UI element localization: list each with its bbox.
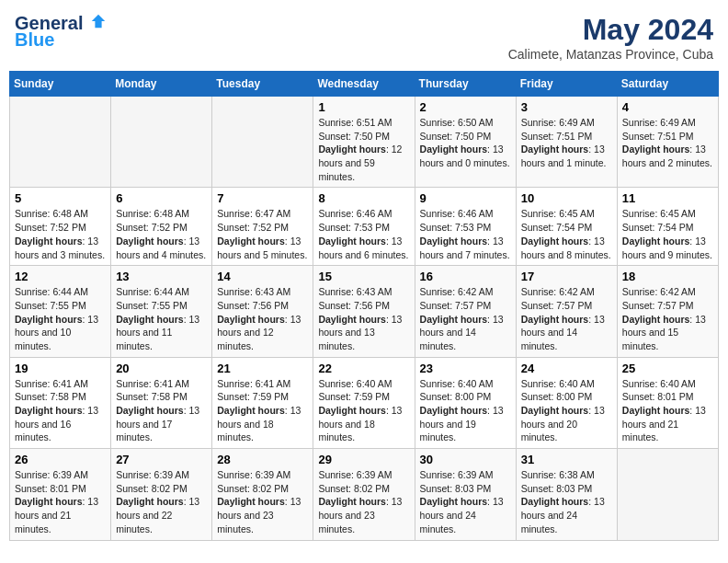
cell-text: Sunset: 7:54 PM	[521, 221, 612, 235]
day-number: 16	[420, 270, 511, 283]
cell-text: Daylight hours: 12 hours and 59 minutes.	[318, 143, 409, 183]
cell-text: Sunrise: 6:40 AM	[318, 377, 409, 391]
cell-text: Sunrise: 6:46 AM	[420, 207, 511, 221]
calendar-cell: 14Sunrise: 6:43 AMSunset: 7:56 PMDayligh…	[212, 266, 313, 357]
cell-text: Sunset: 7:56 PM	[217, 299, 308, 313]
calendar-week-4: 26Sunrise: 6:39 AMSunset: 8:01 PMDayligh…	[10, 449, 719, 540]
cell-text: Sunrise: 6:48 AM	[116, 207, 207, 221]
cell-text: Daylight hours: 13 hours and 16 minutes.	[15, 404, 106, 444]
cell-text: Daylight hours: 13 hours and 3 minutes.	[15, 235, 106, 261]
cell-text: Daylight hours: 13 hours and 5 minutes.	[217, 235, 308, 261]
cell-text: Sunset: 8:02 PM	[217, 482, 308, 496]
cell-text: Sunset: 7:59 PM	[217, 390, 308, 404]
page-header: General Blue May 2024 Calimete, Matanzas…	[9, 9, 719, 65]
cell-text: Daylight hours: 13 hours and 2 minutes.	[622, 143, 713, 169]
cell-text: Sunset: 8:02 PM	[116, 482, 207, 496]
calendar-cell	[111, 97, 212, 188]
dow-header-friday: Friday	[516, 72, 617, 97]
cell-text: Sunrise: 6:39 AM	[217, 468, 308, 482]
cell-text: Sunrise: 6:45 AM	[622, 207, 713, 221]
dow-header-tuesday: Tuesday	[212, 72, 313, 97]
cell-text: Daylight hours: 13 hours and 12 minutes.	[217, 313, 308, 353]
cell-text: Sunset: 8:00 PM	[521, 390, 612, 404]
main-title: May 2024	[508, 13, 713, 47]
day-number: 11	[622, 191, 713, 205]
day-number: 27	[116, 453, 207, 466]
calendar-cell: 19Sunrise: 6:41 AMSunset: 7:58 PMDayligh…	[10, 357, 111, 448]
cell-text: Sunset: 7:52 PM	[116, 221, 207, 235]
logo: General Blue	[15, 13, 107, 51]
day-number: 26	[15, 453, 106, 466]
calendar-cell: 12Sunrise: 6:44 AMSunset: 7:55 PMDayligh…	[10, 266, 111, 357]
calendar-week-0: 1Sunrise: 6:51 AMSunset: 7:50 PMDaylight…	[10, 97, 719, 188]
cell-text: Daylight hours: 13 hours and 23 minutes.	[217, 495, 308, 535]
cell-text: Daylight hours: 13 hours and 21 minutes.	[622, 404, 713, 444]
cell-text: Sunrise: 6:50 AM	[420, 116, 511, 130]
calendar-cell: 22Sunrise: 6:40 AMSunset: 7:59 PMDayligh…	[313, 357, 415, 448]
cell-text: Sunset: 8:02 PM	[318, 482, 409, 496]
calendar-cell: 4Sunrise: 6:49 AMSunset: 7:51 PMDaylight…	[617, 97, 718, 188]
cell-text: Sunset: 7:57 PM	[521, 299, 612, 313]
dow-header-saturday: Saturday	[617, 72, 718, 97]
calendar-cell: 28Sunrise: 6:39 AMSunset: 8:02 PMDayligh…	[212, 449, 313, 540]
dow-header-monday: Monday	[111, 72, 212, 97]
cell-text: Daylight hours: 13 hours and 24 minutes.	[521, 495, 612, 535]
day-number: 5	[15, 191, 106, 205]
cell-text: Daylight hours: 13 hours and 17 minutes.	[116, 404, 207, 444]
cell-text: Daylight hours: 13 hours and 14 minutes.	[420, 313, 511, 353]
dow-header-thursday: Thursday	[415, 72, 516, 97]
calendar-cell: 2Sunrise: 6:50 AMSunset: 7:50 PMDaylight…	[415, 97, 516, 188]
cell-text: Daylight hours: 13 hours and 20 minutes.	[521, 404, 612, 444]
day-number: 22	[318, 362, 409, 375]
cell-text: Sunrise: 6:41 AM	[15, 377, 106, 391]
day-number: 14	[217, 270, 308, 283]
day-number: 13	[116, 270, 207, 283]
calendar-cell: 25Sunrise: 6:40 AMSunset: 8:01 PMDayligh…	[617, 357, 718, 448]
cell-text: Sunset: 8:01 PM	[15, 482, 106, 496]
title-block: May 2024 Calimete, Matanzas Province, Cu…	[508, 13, 713, 62]
cell-text: Sunset: 8:03 PM	[420, 482, 511, 496]
calendar-cell: 24Sunrise: 6:40 AMSunset: 8:00 PMDayligh…	[516, 357, 617, 448]
dow-header-wednesday: Wednesday	[313, 72, 415, 97]
cell-text: Sunrise: 6:41 AM	[217, 377, 308, 391]
cell-text: Daylight hours: 13 hours and 1 minute.	[521, 143, 612, 169]
calendar-cell: 21Sunrise: 6:41 AMSunset: 7:59 PMDayligh…	[212, 357, 313, 448]
cell-text: Sunrise: 6:41 AM	[116, 377, 207, 391]
calendar-cell: 20Sunrise: 6:41 AMSunset: 7:58 PMDayligh…	[111, 357, 212, 448]
day-number: 7	[217, 191, 308, 205]
cell-text: Daylight hours: 13 hours and 8 minutes.	[521, 235, 612, 261]
day-number: 1	[318, 100, 409, 114]
cell-text: Sunrise: 6:45 AM	[521, 207, 612, 221]
day-number: 18	[622, 270, 713, 283]
day-number: 4	[622, 100, 713, 114]
cell-text: Daylight hours: 13 hours and 7 minutes.	[420, 235, 511, 261]
dow-header-sunday: Sunday	[10, 72, 111, 97]
cell-text: Daylight hours: 13 hours and 21 minutes.	[15, 495, 106, 535]
subtitle: Calimete, Matanzas Province, Cuba	[508, 47, 713, 62]
day-number: 9	[420, 191, 511, 205]
cell-text: Sunrise: 6:42 AM	[521, 285, 612, 299]
cell-text: Daylight hours: 13 hours and 19 minutes.	[420, 404, 511, 444]
cell-text: Daylight hours: 13 hours and 22 minutes.	[116, 495, 207, 535]
calendar-cell	[212, 97, 313, 188]
cell-text: Sunset: 7:55 PM	[116, 299, 207, 313]
cell-text: Daylight hours: 13 hours and 23 minutes.	[318, 495, 409, 535]
day-number: 17	[521, 270, 612, 283]
calendar-cell	[617, 449, 718, 540]
calendar-cell: 3Sunrise: 6:49 AMSunset: 7:51 PMDaylight…	[516, 97, 617, 188]
cell-text: Daylight hours: 13 hours and 10 minutes.	[15, 313, 106, 353]
day-number: 28	[217, 453, 308, 466]
calendar-cell: 11Sunrise: 6:45 AMSunset: 7:54 PMDayligh…	[617, 188, 718, 266]
cell-text: Sunset: 7:58 PM	[15, 390, 106, 404]
calendar-cell: 30Sunrise: 6:39 AMSunset: 8:03 PMDayligh…	[415, 449, 516, 540]
logo-icon	[90, 13, 107, 29]
cell-text: Sunrise: 6:39 AM	[15, 468, 106, 482]
day-number: 19	[15, 362, 106, 375]
cell-text: Sunset: 7:54 PM	[622, 221, 713, 235]
cell-text: Daylight hours: 13 hours and 14 minutes.	[521, 313, 612, 353]
cell-text: Daylight hours: 13 hours and 6 minutes.	[318, 235, 409, 261]
cell-text: Daylight hours: 13 hours and 24 minutes.	[420, 495, 511, 535]
cell-text: Daylight hours: 13 hours and 11 minutes.	[116, 313, 207, 353]
cell-text: Daylight hours: 13 hours and 4 minutes.	[116, 235, 207, 261]
cell-text: Sunset: 7:58 PM	[116, 390, 207, 404]
